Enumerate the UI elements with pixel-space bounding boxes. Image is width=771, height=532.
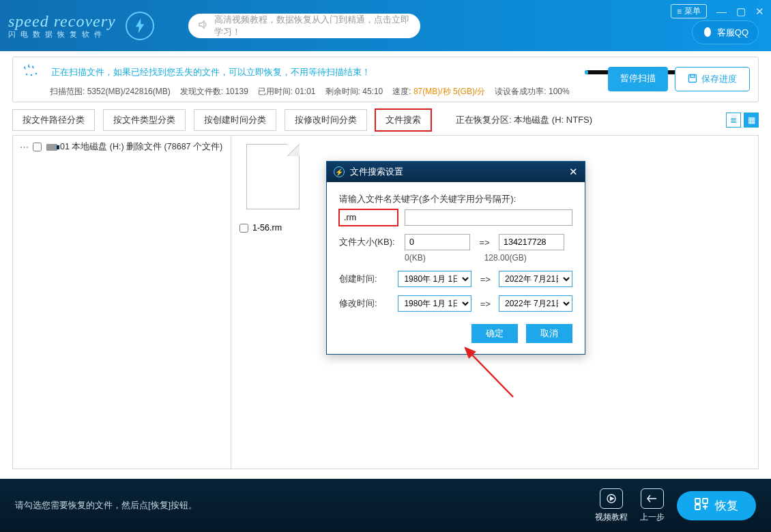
back-button[interactable]: 上一步 bbox=[640, 488, 665, 523]
tree-node-label: 01 本地磁盘 (H:) 删除文件 (78687 个文件) bbox=[60, 141, 222, 153]
pause-scan-button[interactable]: 暂停扫描 bbox=[608, 67, 668, 91]
penguin-icon bbox=[702, 25, 713, 40]
svg-point-1 bbox=[705, 28, 710, 33]
scan-status-panel: 正在扫描文件，如果已经找到您丢失的文件，可以立即恢复，不用等待扫描结束！ 暂停扫… bbox=[12, 57, 759, 102]
speaker-icon bbox=[198, 19, 209, 32]
file-checkbox[interactable] bbox=[239, 224, 248, 233]
mtime-from-select[interactable]: 1980年 1月 1日 bbox=[398, 295, 471, 312]
minimize-button[interactable]: — bbox=[716, 5, 727, 17]
ok-button[interactable]: 确定 bbox=[471, 324, 518, 343]
play-icon bbox=[600, 488, 623, 509]
recover-button[interactable]: 恢复 bbox=[677, 491, 756, 520]
scan-animation-icon bbox=[23, 63, 42, 82]
arrow-icon: => bbox=[477, 237, 492, 248]
disk-icon bbox=[46, 144, 57, 151]
title-bar: speed recovery 闪 电 数 据 恢 复 软 件 高清视频教程，数据… bbox=[0, 0, 771, 51]
view-grid-button[interactable]: ▦ bbox=[744, 113, 759, 128]
customer-service-button[interactable]: 客服QQ bbox=[692, 20, 759, 44]
save-icon bbox=[688, 74, 697, 85]
tab-file-search[interactable]: 文件搜索 bbox=[375, 109, 431, 131]
dialog-titlebar[interactable]: ⚡ 文件搜索设置 ✕ bbox=[327, 162, 585, 182]
brand-name: speed recovery bbox=[8, 13, 116, 29]
size-to-input[interactable] bbox=[499, 234, 564, 250]
close-button[interactable]: ✕ bbox=[755, 5, 764, 18]
tab-by-modified[interactable]: 按修改时间分类 bbox=[285, 109, 367, 131]
ctime-to-select[interactable]: 2022年 7月21日 bbox=[499, 271, 572, 287]
tab-by-path[interactable]: 按文件路径分类 bbox=[12, 109, 95, 131]
annotation-arrow bbox=[459, 342, 520, 404]
size-label: 文件大小(KB): bbox=[339, 236, 398, 248]
svg-rect-10 bbox=[703, 499, 708, 503]
arrow-icon: => bbox=[478, 274, 492, 284]
arrow-icon: => bbox=[478, 299, 492, 309]
svg-line-7 bbox=[465, 348, 513, 397]
mtime-label: 修改时间: bbox=[339, 297, 391, 310]
promo-banner[interactable]: 高清视频教程，数据恢复从入门到精通，点击立即学习！ bbox=[188, 14, 420, 38]
recover-icon bbox=[695, 498, 708, 514]
mtime-to-select[interactable]: 2022年 7月21日 bbox=[499, 295, 572, 312]
file-name: 1-56.rm bbox=[252, 223, 282, 233]
tab-by-type[interactable]: 按文件类型分类 bbox=[103, 109, 186, 131]
brand-subtitle: 闪 电 数 据 恢 复 软 件 bbox=[8, 31, 116, 38]
cancel-button[interactable]: 取消 bbox=[526, 324, 572, 343]
size-to-hint: 128.00(GB) bbox=[484, 253, 527, 263]
tree-root-node[interactable]: ⋯ 01 本地磁盘 (H:) 删除文件 (78687 个文件) bbox=[20, 141, 224, 153]
svg-rect-9 bbox=[695, 499, 700, 503]
size-from-hint: 0(KB) bbox=[405, 253, 426, 263]
maximize-button[interactable]: ▢ bbox=[736, 5, 746, 18]
keyword-input-extra[interactable] bbox=[405, 209, 572, 226]
dialog-close-button[interactable]: ✕ bbox=[569, 166, 578, 178]
file-item[interactable]: 1-56.rm bbox=[239, 144, 306, 233]
scan-message: 正在扫描文件，如果已经找到您丢失的文件，可以立即恢复，不用等待扫描结束！ bbox=[51, 66, 370, 78]
partition-info: 正在恢复分区: 本地磁盘 (H: NTFS) bbox=[456, 114, 592, 126]
tree-node-checkbox[interactable] bbox=[33, 143, 42, 151]
svg-point-3 bbox=[31, 74, 33, 76]
footer-bar: 请勾选您需要恢复的文件，然后点[恢复]按钮。 视频教程 上一步 恢复 bbox=[0, 479, 771, 532]
dialog-title: 文件搜索设置 bbox=[350, 166, 403, 178]
file-thumbnail bbox=[246, 144, 300, 209]
bolt-icon bbox=[126, 12, 154, 40]
svg-rect-6 bbox=[690, 74, 695, 77]
category-tabs: 按文件路径分类 按文件类型分类 按创建时间分类 按修改时间分类 文件搜索 正在恢… bbox=[0, 102, 771, 131]
file-search-dialog: ⚡ 文件搜索设置 ✕ 请输入文件名关键字(多个关键字用分号隔开): 文件大小(K… bbox=[326, 161, 585, 355]
tab-by-created[interactable]: 按创建时间分类 bbox=[194, 109, 276, 131]
svg-point-4 bbox=[35, 73, 38, 75]
keyword-input[interactable] bbox=[339, 209, 398, 226]
ctime-label: 创建时间: bbox=[339, 273, 391, 285]
keyword-label: 请输入文件名关键字(多个关键字用分号隔开): bbox=[339, 193, 572, 205]
promo-text: 高清视频教程，数据恢复从入门到精通，点击立即学习！ bbox=[214, 14, 411, 38]
footer-hint: 请勾选您需要恢复的文件，然后点[恢复]按钮。 bbox=[15, 499, 197, 512]
back-icon bbox=[641, 488, 664, 509]
svg-rect-5 bbox=[689, 74, 697, 82]
ctime-from-select[interactable]: 1980年 1月 1日 bbox=[398, 271, 471, 287]
size-from-input[interactable] bbox=[405, 234, 470, 250]
video-tutorial-button[interactable]: 视频教程 bbox=[595, 488, 628, 523]
folder-tree[interactable]: ⋯ 01 本地磁盘 (H:) 删除文件 (78687 个文件) bbox=[13, 136, 231, 469]
view-list-button[interactable]: ≣ bbox=[726, 113, 741, 128]
svg-point-2 bbox=[26, 74, 28, 76]
svg-rect-11 bbox=[695, 505, 700, 509]
brand: speed recovery 闪 电 数 据 恢 复 软 件 bbox=[8, 12, 154, 40]
save-progress-button[interactable]: 保存进度 bbox=[675, 67, 750, 91]
menu-button[interactable]: ≡菜单 bbox=[671, 4, 707, 18]
bolt-icon: ⚡ bbox=[334, 166, 345, 177]
